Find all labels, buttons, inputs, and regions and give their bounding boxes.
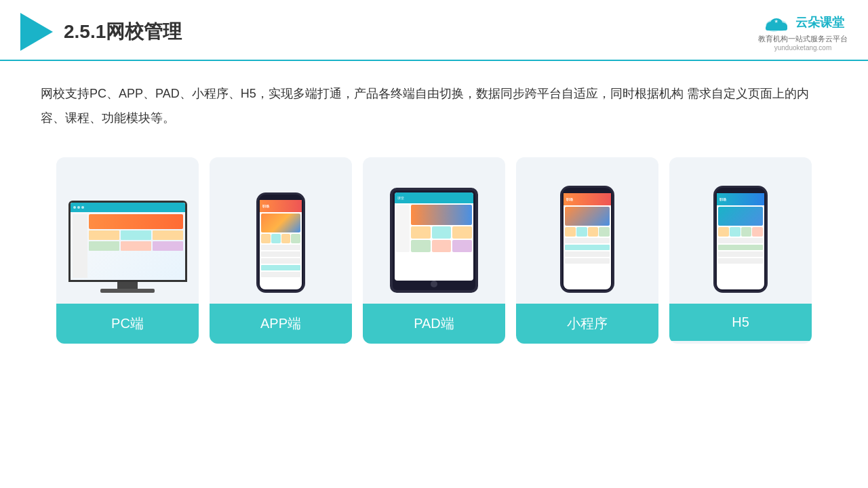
brand-url: yunduoketang.com (774, 44, 832, 52)
miniprogram-screen: 职场 (564, 193, 611, 289)
h5-label: H5 (669, 304, 812, 341)
phone-notch (271, 195, 290, 200)
header: 2.5.1网校管理 云朵课堂 教育机构一站式服务云平台 yunduoketang… (0, 0, 868, 61)
h5-screen: 职场 (717, 193, 764, 289)
device-card-app: 职场 (210, 157, 352, 344)
brand-name: 云朵课堂 (795, 14, 844, 30)
app-phone-mockup: 职场 (256, 192, 305, 293)
cloud-icon (762, 12, 791, 33)
app-label: APP端 (210, 304, 352, 344)
app-image-area: 职场 (256, 171, 305, 293)
pc-image-area (68, 171, 187, 293)
logo-triangle-icon (20, 13, 53, 51)
device-card-h5: 职场 (669, 157, 812, 344)
page-title: 2.5.1网校管理 (64, 19, 182, 45)
h5-phone-mockup: 职场 (713, 186, 768, 293)
header-left: 2.5.1网校管理 (20, 13, 182, 51)
phone-notch-2 (578, 188, 597, 193)
main-content: 网校支持PC、APP、PAD、小程序、H5，实现多端打通，产品各终端自由切换，数… (0, 61, 868, 357)
tablet-screen: 课堂 (395, 192, 473, 281)
miniprogram-label: 小程序 (516, 304, 658, 344)
device-card-pc: PC端 (56, 157, 199, 344)
h5-image-area: 职场 (713, 171, 768, 293)
svg-rect-5 (766, 26, 787, 30)
phone-notch-3 (731, 188, 750, 193)
device-card-pad: 课堂 (363, 157, 505, 344)
header-right: 云朵课堂 教育机构一站式服务云平台 yunduoketang.com (758, 12, 848, 52)
pc-monitor (68, 201, 187, 282)
pc-mockup (68, 201, 187, 293)
brand-logo: 云朵课堂 (762, 12, 844, 33)
pc-label: PC端 (56, 304, 199, 344)
pad-image-area: 课堂 (390, 171, 478, 293)
device-card-miniprogram: 职场 (516, 157, 658, 344)
description-text: 网校支持PC、APP、PAD、小程序、H5，实现多端打通，产品各终端自由切换，数… (41, 81, 827, 130)
miniprogram-image-area: 职场 (560, 171, 614, 293)
pc-screen (71, 203, 185, 280)
pad-label: PAD端 (363, 304, 505, 344)
devices-row: PC端 职场 (41, 157, 827, 344)
miniprogram-phone-mockup: 职场 (560, 186, 614, 293)
brand-tagline: 教育机构一站式服务云平台 (758, 34, 848, 44)
tablet-home-btn (431, 281, 437, 287)
tablet-mockup: 课堂 (390, 188, 478, 293)
phone-screen: 职场 (260, 200, 302, 289)
